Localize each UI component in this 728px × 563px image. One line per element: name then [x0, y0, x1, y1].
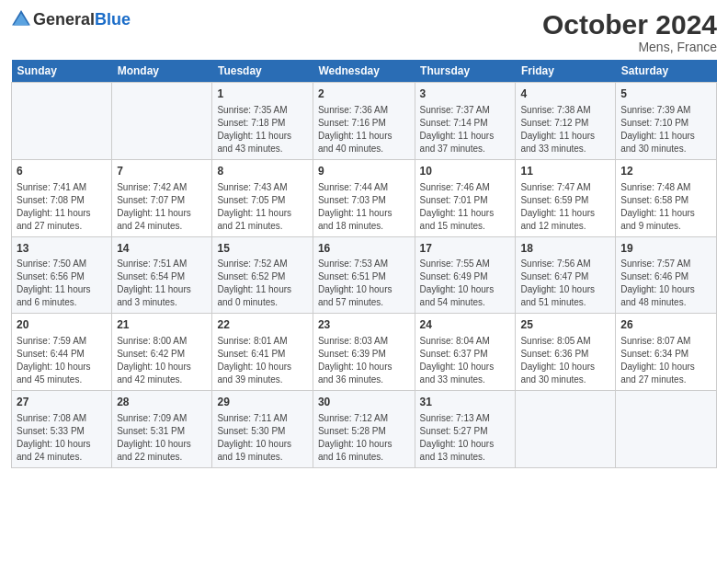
calendar-cell: 18Sunrise: 7:56 AMSunset: 6:47 PMDayligh… [516, 236, 616, 314]
day-info: Sunrise: 8:05 AMSunset: 6:36 PMDaylight:… [520, 335, 610, 386]
logo-icon [11, 9, 31, 29]
day-number: 10 [420, 164, 511, 179]
calendar-cell [12, 83, 112, 160]
day-info: Sunrise: 7:09 AMSunset: 5:31 PMDaylight:… [117, 412, 207, 464]
calendar-cell: 5Sunrise: 7:39 AMSunset: 7:10 PMDaylight… [616, 83, 717, 160]
day-number: 31 [420, 395, 511, 410]
day-number: 5 [620, 86, 711, 102]
day-number: 17 [420, 241, 511, 257]
calendar-cell: 12Sunrise: 7:48 AMSunset: 6:58 PMDayligh… [616, 159, 717, 236]
day-info: Sunrise: 7:46 AMSunset: 7:01 PMDaylight:… [420, 181, 511, 233]
col-friday: Friday [516, 60, 616, 83]
col-monday: Monday [112, 60, 212, 83]
calendar-cell: 1Sunrise: 7:35 AMSunset: 7:18 PMDaylight… [212, 83, 313, 160]
day-number: 20 [17, 317, 107, 333]
day-number: 14 [117, 241, 207, 257]
day-info: Sunrise: 7:59 AMSunset: 6:44 PMDaylight:… [17, 335, 107, 386]
day-info: Sunrise: 7:08 AMSunset: 5:33 PMDaylight:… [17, 412, 107, 464]
calendar-subtitle: Mens, France [542, 40, 717, 54]
calendar-week-1: 1Sunrise: 7:35 AMSunset: 7:18 PMDaylight… [12, 83, 717, 160]
day-info: Sunrise: 8:04 AMSunset: 6:37 PMDaylight:… [420, 335, 511, 386]
day-info: Sunrise: 7:57 AMSunset: 6:46 PMDaylight:… [620, 258, 711, 309]
col-sunday: Sunday [12, 60, 112, 83]
day-info: Sunrise: 7:36 AMSunset: 7:16 PMDaylight:… [318, 104, 410, 155]
day-number: 21 [117, 317, 207, 333]
calendar-cell [616, 391, 717, 468]
calendar-cell: 28Sunrise: 7:09 AMSunset: 5:31 PMDayligh… [112, 391, 212, 468]
day-number: 3 [420, 86, 511, 102]
calendar-cell: 24Sunrise: 8:04 AMSunset: 6:37 PMDayligh… [415, 314, 516, 391]
day-number: 23 [318, 317, 410, 333]
calendar-table: Sunday Monday Tuesday Wednesday Thursday… [11, 60, 717, 468]
col-tuesday: Tuesday [212, 60, 313, 83]
calendar-cell: 3Sunrise: 7:37 AMSunset: 7:14 PMDaylight… [415, 83, 516, 160]
calendar-cell: 8Sunrise: 7:43 AMSunset: 7:05 PMDaylight… [212, 159, 313, 236]
day-info: Sunrise: 7:37 AMSunset: 7:14 PMDaylight:… [420, 104, 511, 155]
day-number: 2 [318, 86, 410, 102]
day-info: Sunrise: 7:51 AMSunset: 6:54 PMDaylight:… [117, 258, 207, 309]
calendar-page: GeneralBlue October 2024 Mens, France Su… [0, 0, 728, 563]
day-number: 9 [318, 164, 410, 179]
calendar-cell: 10Sunrise: 7:46 AMSunset: 7:01 PMDayligh… [415, 159, 516, 236]
calendar-cell: 16Sunrise: 7:53 AMSunset: 6:51 PMDayligh… [313, 236, 415, 314]
day-info: Sunrise: 7:42 AMSunset: 7:07 PMDaylight:… [117, 181, 207, 233]
day-number: 8 [217, 164, 307, 179]
day-info: Sunrise: 8:03 AMSunset: 6:39 PMDaylight:… [318, 335, 410, 386]
day-info: Sunrise: 8:07 AMSunset: 6:34 PMDaylight:… [620, 335, 711, 386]
logo-general: General [33, 10, 95, 29]
calendar-cell: 11Sunrise: 7:47 AMSunset: 6:59 PMDayligh… [516, 159, 616, 236]
day-info: Sunrise: 7:39 AMSunset: 7:10 PMDaylight:… [620, 104, 711, 155]
calendar-cell: 30Sunrise: 7:12 AMSunset: 5:28 PMDayligh… [313, 391, 415, 468]
calendar-cell: 9Sunrise: 7:44 AMSunset: 7:03 PMDaylight… [313, 159, 415, 236]
calendar-cell: 4Sunrise: 7:38 AMSunset: 7:12 PMDaylight… [516, 83, 616, 160]
day-number: 24 [420, 317, 511, 333]
day-info: Sunrise: 7:52 AMSunset: 6:52 PMDaylight:… [217, 258, 307, 309]
day-number: 30 [318, 395, 410, 410]
calendar-week-4: 20Sunrise: 7:59 AMSunset: 6:44 PMDayligh… [12, 314, 717, 391]
day-number: 25 [520, 317, 610, 333]
day-info: Sunrise: 7:47 AMSunset: 6:59 PMDaylight:… [520, 181, 610, 233]
calendar-cell: 15Sunrise: 7:52 AMSunset: 6:52 PMDayligh… [212, 236, 313, 314]
day-info: Sunrise: 7:48 AMSunset: 6:58 PMDaylight:… [620, 181, 711, 233]
calendar-cell [516, 391, 616, 468]
calendar-cell: 14Sunrise: 7:51 AMSunset: 6:54 PMDayligh… [112, 236, 212, 314]
calendar-cell: 23Sunrise: 8:03 AMSunset: 6:39 PMDayligh… [313, 314, 415, 391]
calendar-title: October 2024 [542, 9, 717, 40]
day-number: 6 [17, 164, 107, 179]
calendar-cell: 29Sunrise: 7:11 AMSunset: 5:30 PMDayligh… [212, 391, 313, 468]
day-number: 13 [17, 241, 107, 257]
title-block: October 2024 Mens, France [542, 9, 717, 54]
day-number: 22 [217, 317, 307, 333]
day-info: Sunrise: 8:00 AMSunset: 6:42 PMDaylight:… [117, 335, 207, 386]
calendar-cell: 21Sunrise: 8:00 AMSunset: 6:42 PMDayligh… [112, 314, 212, 391]
logo-blue: Blue [95, 10, 131, 29]
day-info: Sunrise: 7:41 AMSunset: 7:08 PMDaylight:… [17, 181, 107, 233]
logo: GeneralBlue [11, 9, 131, 29]
calendar-week-5: 27Sunrise: 7:08 AMSunset: 5:33 PMDayligh… [12, 391, 717, 468]
col-saturday: Saturday [616, 60, 717, 83]
day-number: 27 [17, 395, 107, 410]
header: GeneralBlue October 2024 Mens, France [11, 9, 717, 54]
calendar-cell: 25Sunrise: 8:05 AMSunset: 6:36 PMDayligh… [516, 314, 616, 391]
calendar-cell: 7Sunrise: 7:42 AMSunset: 7:07 PMDaylight… [112, 159, 212, 236]
day-number: 4 [520, 86, 610, 102]
calendar-cell: 13Sunrise: 7:50 AMSunset: 6:56 PMDayligh… [12, 236, 112, 314]
col-wednesday: Wednesday [313, 60, 415, 83]
calendar-cell: 17Sunrise: 7:55 AMSunset: 6:49 PMDayligh… [415, 236, 516, 314]
col-thursday: Thursday [415, 60, 516, 83]
day-number: 18 [520, 241, 610, 257]
day-number: 7 [117, 164, 207, 179]
day-info: Sunrise: 7:53 AMSunset: 6:51 PMDaylight:… [318, 258, 410, 309]
day-info: Sunrise: 7:44 AMSunset: 7:03 PMDaylight:… [318, 181, 410, 233]
day-number: 15 [217, 241, 307, 257]
day-info: Sunrise: 7:13 AMSunset: 5:27 PMDaylight:… [420, 412, 511, 464]
day-info: Sunrise: 7:50 AMSunset: 6:56 PMDaylight:… [17, 258, 107, 309]
calendar-week-3: 13Sunrise: 7:50 AMSunset: 6:56 PMDayligh… [12, 236, 717, 314]
day-info: Sunrise: 7:43 AMSunset: 7:05 PMDaylight:… [217, 181, 307, 233]
day-number: 26 [620, 317, 711, 333]
calendar-cell: 31Sunrise: 7:13 AMSunset: 5:27 PMDayligh… [415, 391, 516, 468]
day-number: 28 [117, 395, 207, 410]
day-info: Sunrise: 7:55 AMSunset: 6:49 PMDaylight:… [420, 258, 511, 309]
header-row: Sunday Monday Tuesday Wednesday Thursday… [12, 60, 717, 83]
calendar-cell: 6Sunrise: 7:41 AMSunset: 7:08 PMDaylight… [12, 159, 112, 236]
